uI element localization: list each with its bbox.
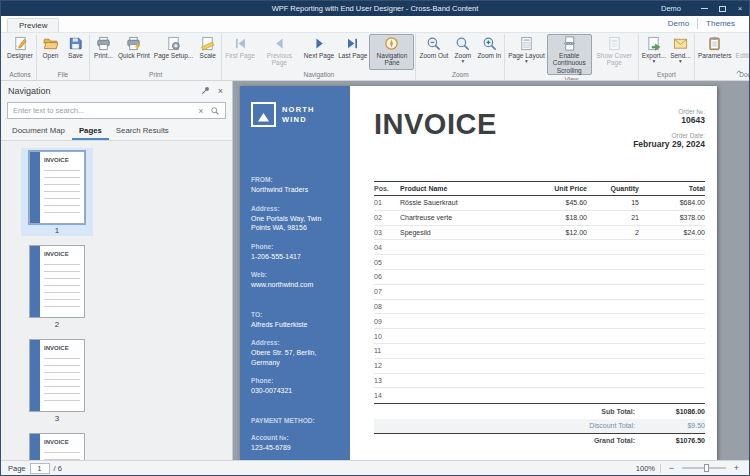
cell-quantity: 15: [587, 199, 639, 206]
band-field-label: Address:: [251, 205, 341, 212]
clear-search-button[interactable]: ×: [194, 104, 208, 118]
thumb-content-lines: [44, 452, 80, 460]
total-pages-label: / 6: [54, 464, 62, 473]
zoom-slider[interactable]: [682, 467, 726, 469]
ribbon-button-zoom-out[interactable]: Zoom Out: [417, 34, 450, 70]
ribbon-group-buttons: Export...▾Send...▾: [640, 34, 693, 70]
title-bar: WPF Reporting with End User Designer - C…: [1, 1, 749, 16]
table-row: 10: [374, 329, 705, 344]
total-label: Sub Total:: [601, 408, 635, 415]
ribbon-collapse-button[interactable]: [732, 66, 746, 78]
previous-page-icon: [272, 36, 287, 51]
table-row: 12: [374, 359, 705, 374]
ribbon-group-actions: DesignerActions: [4, 34, 37, 80]
ribbon-group-label: Print: [91, 70, 220, 80]
page-setup-icon: [166, 36, 181, 51]
ribbon-button-label: Enable Continuous Scrolling: [549, 52, 590, 74]
ribbon-button-quick-print[interactable]: Quick Print: [116, 34, 152, 70]
ribbon-button-editing-fields: Editing Fields: [734, 34, 749, 70]
ribbon-button-page-layout[interactable]: Page Layout▾: [506, 34, 547, 75]
band-field-value: Northwind Traders: [251, 185, 341, 195]
ribbon-button-next-page[interactable]: Next Page: [302, 34, 336, 70]
page-thumbnail[interactable]: INVOICE3: [21, 336, 93, 424]
ribbon-button-open[interactable]: Open: [38, 34, 63, 70]
ribbon-button-parameters[interactable]: Parameters: [696, 34, 734, 70]
column-header-pos: Pos.: [374, 185, 400, 192]
themes-link[interactable]: Themes: [697, 18, 743, 29]
ribbon-button-scale[interactable]: Scale: [195, 34, 220, 70]
table-row: 08: [374, 300, 705, 315]
invoice-blue-band: NORTH WIND FROM:Northwind TradersAddress…: [240, 86, 350, 460]
ribbon-button-zoom-in[interactable]: Zoom In: [475, 34, 503, 70]
ribbon-button-label: Last Page: [338, 52, 367, 59]
ribbon-button-send[interactable]: Send...▾: [668, 34, 693, 70]
clear-icon: ×: [198, 106, 203, 116]
ribbon-button-label: Previous Page: [259, 52, 300, 67]
cell-pos: 01: [374, 199, 400, 206]
thumb-band: [30, 246, 40, 317]
close-icon: ×: [218, 86, 223, 96]
designer-icon: [13, 36, 28, 51]
pin-icon: [200, 85, 211, 96]
current-page-input[interactable]: 1: [30, 463, 50, 474]
continuous-scrolling-icon: [562, 36, 577, 51]
maximize-button[interactable]: [713, 1, 731, 16]
order-date-value: February 29, 2024: [633, 139, 705, 149]
ribbon-group-file: OpenSaveFile: [37, 34, 90, 80]
page-label: Page: [8, 464, 26, 473]
ribbon-group-label: Navigation: [223, 70, 414, 80]
cell-pos: 05: [374, 259, 400, 266]
dropdown-caret-icon: ▾: [525, 59, 528, 64]
page-thumbnail[interactable]: INVOICE1: [21, 148, 93, 236]
page-thumbnail[interactable]: INVOICE4: [21, 430, 93, 460]
thumb-invoice-title: INVOICE: [44, 157, 69, 163]
close-panel-button[interactable]: ×: [213, 83, 228, 98]
dropdown-caret-icon: ▾: [679, 59, 682, 64]
main-content: Navigation × × Document MapPagesSearch R…: [1, 81, 749, 460]
band-field-value: Alfreds Futterkiste: [251, 320, 341, 330]
nav-tab-search-results[interactable]: Search Results: [109, 123, 176, 140]
close-button[interactable]: ×: [731, 1, 749, 16]
table-row: 09: [374, 314, 705, 329]
zoom-out-button[interactable]: −: [666, 463, 677, 474]
page-thumbnail[interactable]: INVOICE2: [21, 242, 93, 330]
ribbon-button-print[interactable]: Print...: [91, 34, 116, 70]
zoom-in-button[interactable]: +: [731, 463, 742, 474]
nav-tab-pages[interactable]: Pages: [72, 123, 109, 140]
ribbon-group-label: Actions: [5, 70, 35, 80]
navigation-pane-icon: [384, 36, 399, 51]
company-logo: NORTH WIND: [251, 102, 341, 127]
document-preview-area[interactable]: NORTH WIND FROM:Northwind TradersAddress…: [233, 81, 749, 460]
ribbon-button-export[interactable]: Export...▾: [640, 34, 668, 70]
band-field-label: Web:: [251, 271, 341, 278]
minimize-button[interactable]: [695, 1, 713, 16]
thumbnail-page-number: 2: [55, 320, 59, 329]
ribbon-button-enable-continuous-scrolling[interactable]: Enable Continuous Scrolling: [547, 34, 592, 75]
minus-icon: −: [669, 463, 674, 473]
ribbon-button-last-page[interactable]: Last Page: [336, 34, 369, 70]
pin-panel-button[interactable]: [198, 83, 213, 98]
close-icon: ×: [738, 4, 743, 13]
parameters-icon: [707, 36, 722, 51]
window-title: WPF Reporting with End User Designer - C…: [1, 4, 749, 13]
tab-preview[interactable]: Preview: [7, 18, 59, 32]
ribbon-button-designer[interactable]: Designer: [5, 34, 35, 70]
next-page-icon: [312, 36, 327, 51]
band-field-value: 030-0074321: [251, 386, 341, 396]
ribbon-button-previous-page: Previous Page: [257, 34, 302, 70]
nav-tab-document-map[interactable]: Document Map: [5, 123, 72, 140]
thumbnail-page-number: 3: [55, 414, 59, 423]
search-input[interactable]: [13, 106, 194, 115]
last-page-icon: [345, 36, 360, 51]
ribbon-group-buttons: ParametersEditing FieldsWatermark: [696, 34, 749, 70]
ribbon-button-zoom[interactable]: Zoom▾: [450, 34, 475, 70]
order-info: Order №: 10643 Order Date: February 29, …: [633, 108, 705, 156]
ribbon-button-save[interactable]: Save: [63, 34, 88, 70]
thumb-band: [30, 152, 40, 223]
ribbon-button-navigation-pane[interactable]: Navigation Pane: [369, 34, 414, 70]
zoom-slider-thumb[interactable]: [704, 464, 709, 472]
cell-unit_price: $18.00: [529, 214, 587, 221]
ribbon-button-page-setup[interactable]: Page Setup...: [152, 34, 195, 70]
demo-link[interactable]: Demo: [660, 18, 697, 29]
search-button[interactable]: [208, 104, 222, 118]
